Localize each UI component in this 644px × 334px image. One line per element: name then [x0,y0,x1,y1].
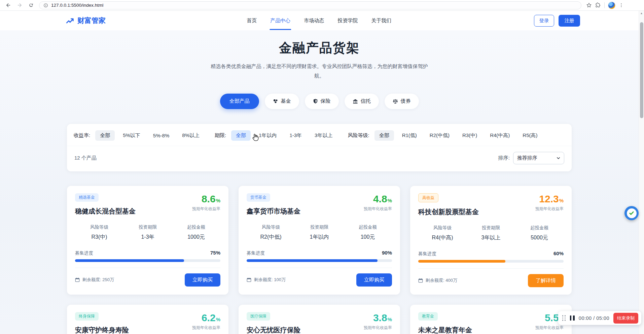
stat-label: 起投金额 [515,225,564,231]
trend-chart-icon [66,16,75,25]
category-trust[interactable]: 信托 [345,94,379,109]
calendar-icon [418,278,423,283]
buy-now-button[interactable]: 立即购买 [356,273,392,287]
filter-option[interactable]: 3年以上 [310,130,337,141]
nav-products[interactable]: 产品中心 [270,11,291,30]
sort-select[interactable]: 推荐排序 [513,152,564,164]
nav-academy[interactable]: 投资学院 [337,11,358,30]
filter-label: 收益率: [74,132,90,139]
percent-sign: % [388,316,392,322]
filter-option[interactable]: 5%-8% [148,131,174,140]
sort-value: 推荐排序 [517,155,537,161]
filter-option[interactable]: R5(高) [518,130,542,141]
stat-value: 1年以内 [295,234,344,241]
chevron-down-icon [557,156,560,160]
stat-value: R2(中低) [247,234,295,241]
brand-logo[interactable]: 财富管家 [66,16,106,25]
category-tabs: 全部产品 基金 保险 信托 债券 [0,94,639,109]
stop-recording-button[interactable]: 结束录制 [613,313,638,324]
filter-option[interactable]: 8%以上 [177,130,204,141]
product-badge: 货币基金 [247,193,270,202]
filter-group-term: 期限: 全部 1年以内 1-3年 3年以上 [215,130,339,141]
scroll-up-icon[interactable]: ▲ [639,11,644,16]
bank-icon [353,99,358,104]
product-card: 教育金 未来之星教育年金 5.5% 预期年化收益率 风险等级R2(中低) 保障期… [410,305,572,334]
remaining-text: 剩余额度: 400万 [426,277,457,283]
back-icon[interactable] [3,1,13,10]
filter-option[interactable]: R3(中) [458,130,482,141]
stat-label: 风险等级 [247,224,295,230]
product-card: 精选基金 稳健成长混合型基金 8.6% 预期年化收益率 风险等级R3(中) 投资… [67,186,228,295]
remaining-text: 剩余额度: 100万 [254,277,286,283]
results-row: 12 个产品 排序: 推荐排序 [67,146,572,171]
filter-option[interactable]: 5%以下 [118,130,145,141]
coins-icon [273,99,278,104]
filter-row: 收益率: 全部 5%以下 5%-8% 8%以上 期限: 全部 1年以内 1-3年… [67,124,572,146]
percent-sign: % [559,198,564,203]
stat-value: 100元 [344,234,392,241]
clock-icon [627,208,637,218]
stat-value: R3(中) [75,234,123,241]
reload-icon[interactable] [26,1,36,10]
bookmark-star-icon[interactable] [586,2,592,8]
category-label: 债券 [401,98,411,104]
page-scrollbar[interactable]: ▲ [639,11,644,334]
nav-market[interactable]: 市场动态 [303,11,325,30]
progress-percent: 90% [382,250,392,256]
nav-about[interactable]: 关于我们 [370,11,392,30]
filter-option[interactable]: R2(中低) [425,130,454,141]
category-all[interactable]: 全部产品 [220,94,259,109]
extensions-icon[interactable] [595,2,601,8]
details-button[interactable]: 了解详情 [528,274,564,287]
filter-option[interactable]: 全部 [374,130,394,141]
product-badge: 精选基金 [75,193,99,202]
category-insurance[interactable]: 保险 [305,94,339,109]
category-bonds[interactable]: 债券 [385,94,419,109]
drag-handle-icon[interactable] [562,315,566,321]
percent-sign: % [216,198,220,203]
scrollbar-thumb[interactable] [640,22,643,118]
product-card: 高收益 科技创新股票型基金 12.3% 预期年化收益率 风险等级R4(中高) 投… [410,186,572,295]
results-count: 12 个产品 [74,155,97,161]
site-header: 财富管家 首页 产品中心 市场动态 投资学院 关于我们 登录 注册 [0,11,644,30]
menu-dots-icon[interactable] [619,3,624,8]
filter-option[interactable]: 1-3年 [285,130,307,141]
filter-label: 期限: [215,132,226,139]
filter-option[interactable]: 1年以内 [254,130,281,141]
product-badge: 教育金 [418,312,438,321]
nav-home[interactable]: 首页 [246,11,257,30]
toolbar-divider [604,2,605,8]
percent-sign: % [388,198,392,203]
brand-name: 财富管家 [77,16,106,25]
remaining-text: 剩余额度: 250万 [82,277,114,283]
progress-bar [75,259,220,262]
pause-icon[interactable] [570,315,575,321]
screen-recorder-bar: 00:00 / 05:00 结束录制 [558,311,641,325]
filter-group-yield: 收益率: 全部 5%以下 5%-8% 8%以上 [74,130,206,141]
category-funds[interactable]: 基金 [265,94,299,109]
product-stats: 风险等级R4(中高) 投资期限3年以上 起投金额5000元 [418,225,564,241]
filter-option[interactable]: R4(中高) [485,130,514,141]
register-button[interactable]: 注册 [559,15,580,27]
stat-label: 起投金额 [344,224,392,230]
stat-label: 起投金额 [172,224,220,230]
product-name: 稳健成长混合型基金 [75,207,136,216]
filter-label: 风险等级: [348,132,369,139]
product-rate: 5.5 [545,312,559,323]
filter-option[interactable]: R1(低) [397,130,422,141]
rate-caption: 预期年化收益率 [535,325,564,331]
filter-option[interactable]: 全部 [95,130,115,141]
product-rate: 4.8 [373,193,387,204]
floating-clock-widget[interactable] [624,206,639,220]
login-button[interactable]: 登录 [534,15,554,27]
address-bar[interactable]: 127.0.0.1:5500/index.html [39,1,581,9]
stat-value: 5000元 [515,234,564,241]
profile-avatar[interactable] [608,2,615,9]
sort-control: 排序: 推荐排序 [498,152,564,164]
site-info-icon[interactable] [43,3,48,8]
buy-now-button[interactable]: 立即购买 [185,273,220,287]
forward-icon[interactable] [15,1,24,10]
product-rate: 8.6 [202,193,216,204]
product-name: 鑫享货币市场基金 [247,207,300,216]
filter-option[interactable]: 全部 [231,130,251,141]
